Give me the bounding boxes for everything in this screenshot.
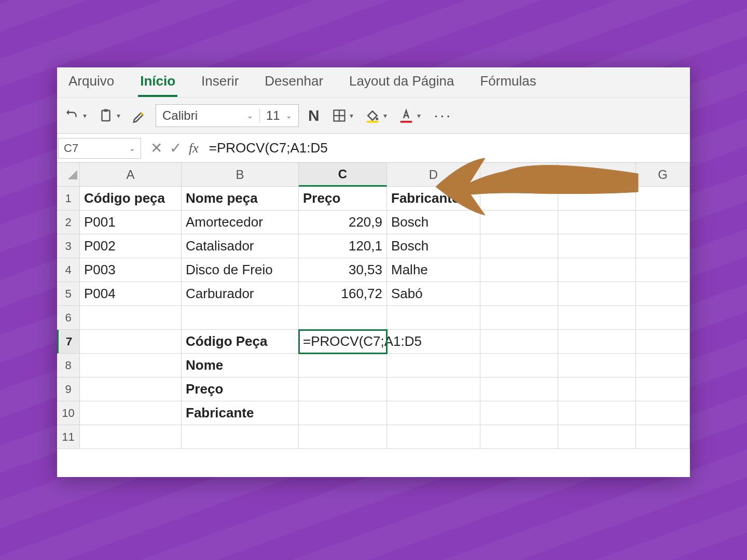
cell-G6[interactable] (636, 306, 690, 330)
cell-G10[interactable] (636, 401, 690, 425)
paste-button[interactable]: ▾ (95, 106, 123, 125)
cell-D5[interactable]: Sabó (387, 282, 480, 306)
cell-B7[interactable]: Código Peça (182, 330, 299, 354)
cell-G7[interactable] (636, 330, 690, 354)
cell-E3[interactable] (480, 234, 558, 258)
cell-B2[interactable]: Amortecedor (182, 211, 299, 234)
cell-C11[interactable] (299, 425, 387, 449)
cell-F1[interactable] (558, 187, 636, 211)
cell-E1[interactable] (480, 187, 558, 211)
formula-input[interactable]: =PROCV(C7;A1:D5 (204, 140, 690, 156)
col-header-D[interactable]: D (387, 163, 480, 187)
cell-E5[interactable] (480, 282, 558, 306)
row-header-1[interactable]: 1 (57, 187, 80, 211)
cell-G3[interactable] (636, 234, 690, 258)
spreadsheet-grid[interactable]: A B C D E F G 1 Código peça Nome peça Pr… (57, 163, 690, 449)
row-header-10[interactable]: 10 (57, 401, 80, 425)
cell-E4[interactable] (480, 258, 558, 282)
cell-G2[interactable] (636, 211, 690, 234)
cell-C1[interactable]: Preço (299, 187, 387, 211)
cell-F2[interactable] (558, 211, 636, 234)
cell-B9[interactable]: Preço (182, 377, 299, 401)
row-header-7[interactable]: 7 (57, 330, 80, 354)
cell-A6[interactable] (80, 306, 182, 330)
font-size-select[interactable]: 11 ⌄ (260, 108, 298, 123)
col-header-E[interactable]: E (480, 163, 558, 187)
cell-D1[interactable]: Fabricante (387, 187, 480, 211)
row-header-3[interactable]: 3 (57, 234, 80, 258)
cell-G1[interactable] (636, 187, 690, 211)
tab-arquivo[interactable]: Arquivo (66, 67, 116, 97)
borders-button[interactable]: ▾ (329, 106, 356, 125)
cell-G5[interactable] (636, 282, 690, 306)
cell-E7[interactable] (480, 330, 558, 354)
row-header-4[interactable]: 4 (57, 258, 80, 282)
col-header-C[interactable]: C (299, 163, 387, 187)
cell-B3[interactable]: Catalisador (182, 234, 299, 258)
cell-D2[interactable]: Bosch (387, 211, 480, 234)
cell-F11[interactable] (558, 425, 636, 449)
tab-layout[interactable]: Layout da Página (347, 67, 456, 97)
cell-F4[interactable] (558, 258, 636, 282)
cell-B1[interactable]: Nome peça (182, 187, 299, 211)
cell-C2[interactable]: 220,9 (299, 211, 387, 234)
name-box[interactable]: C7 ⌄ (58, 138, 141, 159)
cell-B11[interactable] (182, 425, 299, 449)
format-painter-button[interactable] (129, 106, 150, 125)
cell-A7[interactable] (80, 330, 182, 354)
cell-F6[interactable] (558, 306, 636, 330)
cell-D4[interactable]: Malhe (387, 258, 480, 282)
tab-inserir[interactable]: Inserir (199, 67, 241, 97)
cell-B4[interactable]: Disco de Freio (182, 258, 299, 282)
cell-A11[interactable] (80, 425, 182, 449)
more-commands[interactable]: ··· (429, 107, 452, 124)
cell-D11[interactable] (387, 425, 480, 449)
cell-A5[interactable]: P004 (80, 282, 182, 306)
cell-D8[interactable] (387, 354, 480, 377)
col-header-G[interactable]: G (636, 163, 690, 187)
tab-inicio[interactable]: Início (138, 67, 177, 97)
row-header-5[interactable]: 5 (57, 282, 80, 306)
bold-button[interactable]: N (304, 107, 324, 124)
cell-F10[interactable] (558, 401, 636, 425)
cell-B8[interactable]: Nome (182, 354, 299, 377)
cell-E11[interactable] (480, 425, 558, 449)
cell-E6[interactable] (480, 306, 558, 330)
font-color-button[interactable]: ▾ (395, 106, 424, 125)
cell-F5[interactable] (558, 282, 636, 306)
col-header-F[interactable]: F (558, 163, 636, 187)
cell-C5[interactable]: 160,72 (299, 282, 387, 306)
cell-C10[interactable] (299, 401, 387, 425)
cell-C4[interactable]: 30,53 (299, 258, 387, 282)
cell-B10[interactable]: Fabricante (182, 401, 299, 425)
col-header-B[interactable]: B (182, 163, 299, 187)
cell-A4[interactable]: P003 (80, 258, 182, 282)
cell-A8[interactable] (80, 354, 182, 377)
cancel-formula-button[interactable]: ✕ (150, 139, 162, 157)
cell-C3[interactable]: 120,1 (299, 234, 387, 258)
cell-C7[interactable]: =PROCV(C7;A1:D5 (299, 330, 387, 354)
select-all-corner[interactable] (57, 163, 80, 187)
row-header-8[interactable]: 8 (57, 354, 80, 377)
cell-D6[interactable] (387, 306, 480, 330)
cell-G4[interactable] (636, 258, 690, 282)
cell-C9[interactable] (299, 377, 387, 401)
font-name-select[interactable]: Calibri ⌄ (156, 108, 260, 123)
cell-F7[interactable] (558, 330, 636, 354)
tab-formulas[interactable]: Fórmulas (478, 67, 538, 97)
cell-A9[interactable] (80, 377, 182, 401)
row-header-11[interactable]: 11 (57, 425, 80, 449)
cell-A3[interactable]: P002 (80, 234, 182, 258)
cell-G9[interactable] (636, 377, 690, 401)
accept-formula-button[interactable]: ✓ (170, 139, 182, 157)
cell-E10[interactable] (480, 401, 558, 425)
fx-icon[interactable]: fx (189, 141, 199, 156)
cell-D9[interactable] (387, 377, 480, 401)
cell-F3[interactable] (558, 234, 636, 258)
row-header-6[interactable]: 6 (57, 306, 80, 330)
cell-A2[interactable]: P001 (80, 211, 182, 234)
row-header-2[interactable]: 2 (57, 211, 80, 234)
fill-color-button[interactable]: ▾ (362, 106, 390, 125)
cell-B5[interactable]: Carburador (182, 282, 299, 306)
row-header-9[interactable]: 9 (57, 377, 80, 401)
